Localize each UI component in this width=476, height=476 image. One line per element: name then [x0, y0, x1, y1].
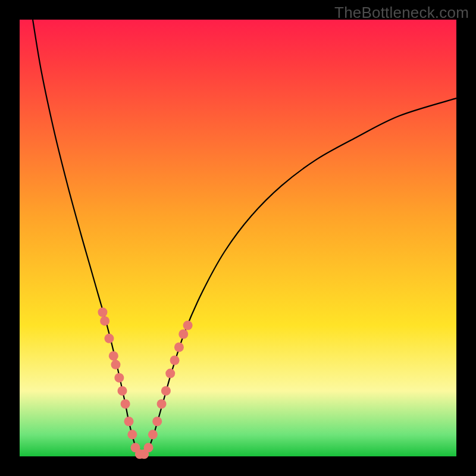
data-point	[161, 386, 171, 396]
data-point	[178, 329, 188, 339]
data-point	[109, 351, 118, 361]
data-point	[144, 443, 154, 452]
data-point	[124, 416, 134, 426]
data-point	[104, 334, 114, 343]
data-point	[148, 430, 158, 439]
data-point	[114, 373, 124, 383]
plot-area	[20, 20, 456, 456]
data-point	[157, 399, 167, 409]
data-point	[174, 343, 184, 352]
data-point	[165, 369, 175, 378]
watermark-text: TheBottleneck.com	[334, 4, 469, 22]
data-point	[121, 399, 130, 409]
curve-right	[142, 98, 456, 456]
data-point	[127, 430, 137, 439]
chart-svg	[20, 20, 456, 456]
data-point	[111, 360, 120, 369]
outer-frame: TheBottleneck.com	[0, 0, 476, 476]
data-point	[152, 416, 162, 426]
data-point	[100, 316, 109, 325]
data-point	[170, 356, 180, 365]
data-point	[98, 308, 107, 317]
data-point	[183, 321, 193, 330]
scatter-points	[98, 308, 192, 459]
data-point	[117, 386, 127, 396]
